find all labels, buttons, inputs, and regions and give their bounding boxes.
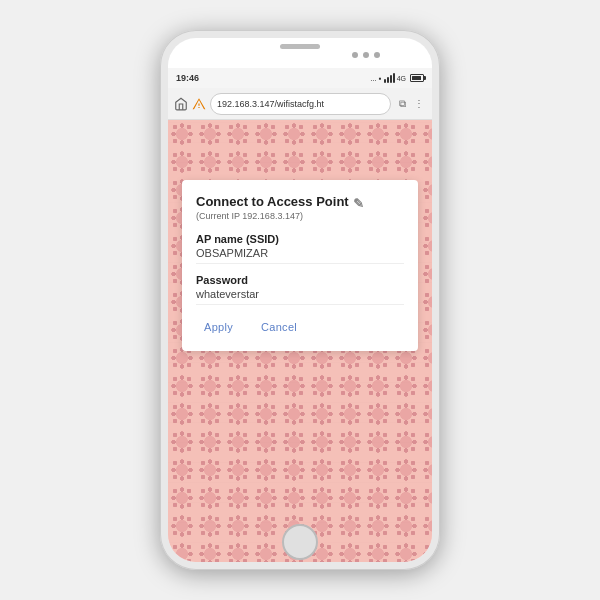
page-content: Connect to Access Point ✎ (Current IP 19… xyxy=(168,120,432,562)
phone-screen: 19:46 ... ▪ 4G xyxy=(168,38,432,562)
status-time: 19:46 xyxy=(176,73,199,83)
cancel-button[interactable]: Cancel xyxy=(253,317,305,337)
battery-icon xyxy=(410,74,424,82)
sim-icon: ▪ xyxy=(379,74,382,83)
phone-camera xyxy=(352,52,380,58)
dialog-buttons: Apply Cancel xyxy=(196,317,404,337)
apply-button[interactable]: Apply xyxy=(196,317,241,337)
url-text: 192.168.3.147/wifistacfg.ht xyxy=(217,99,324,109)
signal-bars xyxy=(384,73,395,83)
browser-actions: ⧉ ⋮ xyxy=(395,97,426,111)
browser-chrome[interactable]: 192.168.3.147/wifistacfg.ht ⧉ ⋮ xyxy=(168,88,432,120)
ap-name-label: AP name (SSID) xyxy=(196,233,404,245)
home-button[interactable] xyxy=(282,524,318,560)
new-tab-button[interactable]: ⧉ xyxy=(395,97,409,111)
home-icon[interactable] xyxy=(174,97,188,111)
url-bar[interactable]: 192.168.3.147/wifistacfg.ht xyxy=(210,93,391,115)
connect-dialog: Connect to Access Point ✎ (Current IP 19… xyxy=(182,180,418,351)
menu-button[interactable]: ⋮ xyxy=(412,97,426,111)
dialog-title: Connect to Access Point ✎ xyxy=(196,194,404,209)
edit-icon[interactable]: ✎ xyxy=(353,196,365,208)
ap-name-value[interactable]: OBSAPMIZAR xyxy=(196,247,404,264)
password-value[interactable]: whateverstar xyxy=(196,288,404,305)
status-bar: 19:46 ... ▪ 4G xyxy=(168,68,432,88)
security-warning-icon xyxy=(192,97,206,111)
password-label: Password xyxy=(196,274,404,286)
signal-type: 4G xyxy=(397,75,406,82)
dialog-subtitle: (Current IP 192.168.3.147) xyxy=(196,211,404,221)
status-icons: ... ▪ 4G xyxy=(370,73,424,83)
network-indicator: ... xyxy=(370,74,377,83)
phone-device: 19:46 ... ▪ 4G xyxy=(160,30,440,570)
phone-speaker xyxy=(280,44,320,49)
screen-content: 19:46 ... ▪ 4G xyxy=(168,68,432,562)
